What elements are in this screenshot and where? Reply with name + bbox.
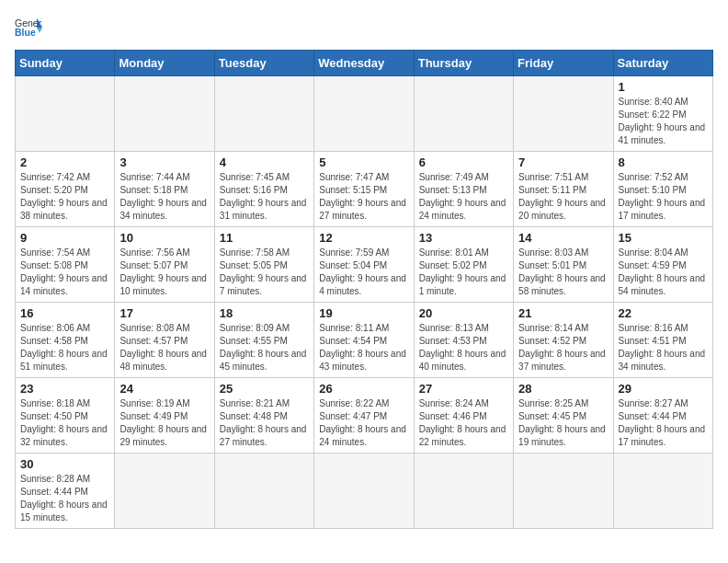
calendar-cell: 7Sunrise: 7:51 AM Sunset: 5:11 PM Daylig… xyxy=(514,152,613,227)
calendar-cell: 9Sunrise: 7:54 AM Sunset: 5:08 PM Daylig… xyxy=(16,227,115,303)
day-number: 9 xyxy=(20,231,109,245)
day-info: Sunrise: 8:06 AM Sunset: 4:58 PM Dayligh… xyxy=(20,322,109,373)
calendar-header-row: SundayMondayTuesdayWednesdayThursdayFrid… xyxy=(16,51,713,76)
logo: General Blue xyxy=(15,15,42,40)
calendar-cell: 30Sunrise: 8:28 AM Sunset: 4:44 PM Dayli… xyxy=(16,454,115,529)
day-number: 13 xyxy=(419,231,508,245)
day-number: 28 xyxy=(518,382,608,396)
day-info: Sunrise: 8:19 AM Sunset: 4:49 PM Dayligh… xyxy=(119,397,209,449)
day-info: Sunrise: 7:52 AM Sunset: 5:10 PM Dayligh… xyxy=(619,171,708,223)
calendar-cell xyxy=(514,454,613,529)
day-number: 18 xyxy=(220,306,309,320)
calendar-cell: 20Sunrise: 8:13 AM Sunset: 4:53 PM Dayli… xyxy=(414,303,513,378)
calendar-cell xyxy=(613,454,712,529)
day-info: Sunrise: 7:42 AM Sunset: 5:20 PM Dayligh… xyxy=(20,171,109,223)
page-header: General Blue xyxy=(15,15,713,40)
day-info: Sunrise: 7:49 AM Sunset: 5:13 PM Dayligh… xyxy=(419,171,508,223)
calendar-table: SundayMondayTuesdayWednesdayThursdayFrid… xyxy=(15,50,713,529)
day-number: 10 xyxy=(119,231,209,245)
day-number: 17 xyxy=(119,306,209,320)
day-info: Sunrise: 8:40 AM Sunset: 6:22 PM Dayligh… xyxy=(619,96,708,147)
day-number: 11 xyxy=(220,231,309,245)
calendar-cell: 22Sunrise: 8:16 AM Sunset: 4:51 PM Dayli… xyxy=(613,303,712,378)
day-info: Sunrise: 8:01 AM Sunset: 5:02 PM Dayligh… xyxy=(419,247,508,298)
calendar-cell: 10Sunrise: 7:56 AM Sunset: 5:07 PM Dayli… xyxy=(115,227,214,303)
day-info: Sunrise: 8:27 AM Sunset: 4:44 PM Dayligh… xyxy=(619,397,708,449)
calendar-cell xyxy=(314,76,414,152)
day-info: Sunrise: 8:16 AM Sunset: 4:51 PM Dayligh… xyxy=(619,322,708,373)
day-number: 7 xyxy=(518,155,608,169)
calendar-cell: 12Sunrise: 7:59 AM Sunset: 5:04 PM Dayli… xyxy=(314,227,414,303)
calendar-cell: 24Sunrise: 8:19 AM Sunset: 4:49 PM Dayli… xyxy=(115,378,214,454)
day-number: 8 xyxy=(619,155,708,169)
day-info: Sunrise: 7:54 AM Sunset: 5:08 PM Dayligh… xyxy=(20,247,109,298)
day-info: Sunrise: 8:18 AM Sunset: 4:50 PM Dayligh… xyxy=(20,397,109,449)
calendar-cell: 1Sunrise: 8:40 AM Sunset: 6:22 PM Daylig… xyxy=(613,76,712,152)
day-info: Sunrise: 8:03 AM Sunset: 5:01 PM Dayligh… xyxy=(518,247,608,298)
day-number: 1 xyxy=(619,80,708,94)
day-number: 6 xyxy=(419,155,508,169)
day-info: Sunrise: 7:51 AM Sunset: 5:11 PM Dayligh… xyxy=(518,171,608,223)
day-number: 26 xyxy=(319,382,408,396)
calendar-week-row: 23Sunrise: 8:18 AM Sunset: 4:50 PM Dayli… xyxy=(16,378,713,454)
column-header-saturday: Saturday xyxy=(613,51,712,76)
day-number: 30 xyxy=(20,457,109,471)
day-number: 4 xyxy=(220,155,309,169)
calendar-cell: 21Sunrise: 8:14 AM Sunset: 4:52 PM Dayli… xyxy=(514,303,613,378)
calendar-cell xyxy=(414,454,513,529)
day-number: 24 xyxy=(119,382,209,396)
day-info: Sunrise: 8:08 AM Sunset: 4:57 PM Dayligh… xyxy=(119,322,209,373)
day-info: Sunrise: 7:47 AM Sunset: 5:15 PM Dayligh… xyxy=(319,171,408,223)
day-number: 27 xyxy=(419,382,508,396)
day-info: Sunrise: 8:24 AM Sunset: 4:46 PM Dayligh… xyxy=(419,397,508,449)
calendar-week-row: 16Sunrise: 8:06 AM Sunset: 4:58 PM Dayli… xyxy=(16,303,713,378)
day-info: Sunrise: 7:58 AM Sunset: 5:05 PM Dayligh… xyxy=(220,247,309,298)
calendar-cell: 15Sunrise: 8:04 AM Sunset: 4:59 PM Dayli… xyxy=(613,227,712,303)
day-info: Sunrise: 8:22 AM Sunset: 4:47 PM Dayligh… xyxy=(319,397,408,449)
column-header-tuesday: Tuesday xyxy=(214,51,313,76)
day-number: 19 xyxy=(319,306,408,320)
day-number: 15 xyxy=(619,231,708,245)
column-header-wednesday: Wednesday xyxy=(314,51,414,76)
calendar-cell xyxy=(115,454,214,529)
day-number: 3 xyxy=(119,155,209,169)
calendar-cell: 27Sunrise: 8:24 AM Sunset: 4:46 PM Dayli… xyxy=(414,378,513,454)
calendar-cell xyxy=(514,76,613,152)
day-number: 20 xyxy=(419,306,508,320)
day-number: 29 xyxy=(619,382,708,396)
calendar-cell: 18Sunrise: 8:09 AM Sunset: 4:55 PM Dayli… xyxy=(214,303,313,378)
day-info: Sunrise: 8:11 AM Sunset: 4:54 PM Dayligh… xyxy=(319,322,408,373)
calendar-week-row: 2Sunrise: 7:42 AM Sunset: 5:20 PM Daylig… xyxy=(16,152,713,227)
calendar-cell xyxy=(115,76,214,152)
calendar-cell xyxy=(414,76,513,152)
day-info: Sunrise: 8:13 AM Sunset: 4:53 PM Dayligh… xyxy=(419,322,508,373)
calendar-cell xyxy=(314,454,414,529)
day-number: 5 xyxy=(319,155,408,169)
calendar-cell: 28Sunrise: 8:25 AM Sunset: 4:45 PM Dayli… xyxy=(514,378,613,454)
day-info: Sunrise: 8:21 AM Sunset: 4:48 PM Dayligh… xyxy=(220,397,309,449)
day-info: Sunrise: 8:04 AM Sunset: 4:59 PM Dayligh… xyxy=(619,247,708,298)
calendar-cell xyxy=(214,76,313,152)
day-number: 25 xyxy=(220,382,309,396)
calendar-cell: 25Sunrise: 8:21 AM Sunset: 4:48 PM Dayli… xyxy=(214,378,313,454)
calendar-week-row: 9Sunrise: 7:54 AM Sunset: 5:08 PM Daylig… xyxy=(16,227,713,303)
column-header-friday: Friday xyxy=(514,51,613,76)
day-number: 21 xyxy=(518,306,608,320)
column-header-monday: Monday xyxy=(115,51,214,76)
column-header-sunday: Sunday xyxy=(16,51,115,76)
calendar-cell: 5Sunrise: 7:47 AM Sunset: 5:15 PM Daylig… xyxy=(314,152,414,227)
calendar-cell: 11Sunrise: 7:58 AM Sunset: 5:05 PM Dayli… xyxy=(214,227,313,303)
calendar-week-row: 1Sunrise: 8:40 AM Sunset: 6:22 PM Daylig… xyxy=(16,76,713,152)
svg-text:Blue: Blue xyxy=(15,27,36,38)
calendar-cell: 8Sunrise: 7:52 AM Sunset: 5:10 PM Daylig… xyxy=(613,152,712,227)
day-info: Sunrise: 8:09 AM Sunset: 4:55 PM Dayligh… xyxy=(220,322,309,373)
day-info: Sunrise: 7:44 AM Sunset: 5:18 PM Dayligh… xyxy=(119,171,209,223)
calendar-week-row: 30Sunrise: 8:28 AM Sunset: 4:44 PM Dayli… xyxy=(16,454,713,529)
calendar-cell: 4Sunrise: 7:45 AM Sunset: 5:16 PM Daylig… xyxy=(214,152,313,227)
day-info: Sunrise: 8:14 AM Sunset: 4:52 PM Dayligh… xyxy=(518,322,608,373)
calendar-cell: 2Sunrise: 7:42 AM Sunset: 5:20 PM Daylig… xyxy=(16,152,115,227)
calendar-cell: 23Sunrise: 8:18 AM Sunset: 4:50 PM Dayli… xyxy=(16,378,115,454)
day-number: 12 xyxy=(319,231,408,245)
day-number: 2 xyxy=(20,155,109,169)
calendar-cell: 13Sunrise: 8:01 AM Sunset: 5:02 PM Dayli… xyxy=(414,227,513,303)
